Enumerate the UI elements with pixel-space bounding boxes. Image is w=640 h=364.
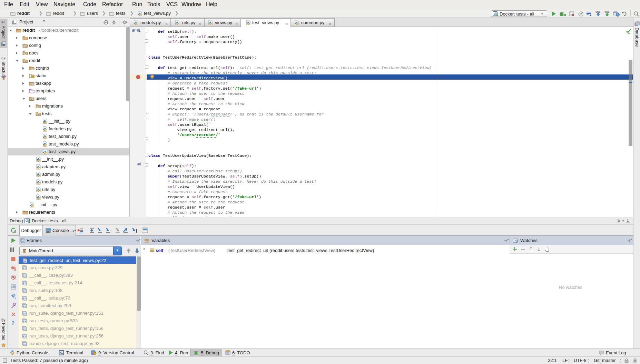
svg-text:VCS: VCS (595, 11, 601, 13)
svg-text:VCS: VCS (604, 11, 610, 13)
